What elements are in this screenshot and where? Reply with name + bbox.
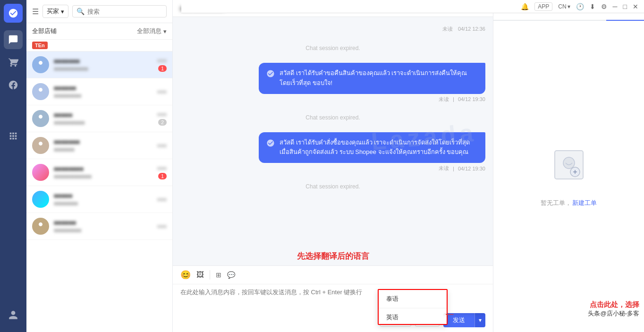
close-icon[interactable]: ✕ [633, 3, 638, 10]
settings-icon[interactable]: ⚙ [601, 3, 607, 10]
app-logo [4, 4, 23, 23]
chat-time: ■■■ [157, 111, 167, 117]
chat-preview: ■■■■■■■■■■ [54, 66, 153, 72]
image-icon[interactable]: 🖼 [196, 271, 204, 279]
chat-name: ■■■■■■■ [54, 138, 153, 145]
minimize-icon[interactable]: ─ [613, 3, 618, 10]
chevron-up-icon: ▲ [400, 317, 406, 324]
notification-icon[interactable]: 🔔 [521, 3, 529, 10]
msg-filter-label: 全部消息 [137, 27, 161, 35]
avatar [32, 164, 49, 181]
store-filter-row: 全部店铺 全部消息 ▾ [26, 23, 172, 40]
message-wrap: สวัสดี เราได้รับคำขอคืนสินค้าของคุณแล้ว … [180, 63, 485, 103]
unread-badge: 2 [158, 119, 167, 126]
avatar [32, 110, 49, 127]
unread-bar: 未读 04/12 12:36 [180, 25, 485, 34]
chat-time: ■■■ [157, 223, 167, 229]
messages-area: Lazada 未读 04/12 12:36 Chat session expir… [173, 17, 493, 265]
cn-selector[interactable]: CN ▾ [558, 3, 570, 10]
dropdown-arrow: ▾ [61, 8, 64, 15]
chat-time: ■■■ [157, 196, 167, 202]
translate-button[interactable]: 翻译 [415, 314, 440, 327]
chat-name: ■■■■■ [54, 111, 153, 119]
clock-icon[interactable]: 🕐 [576, 3, 584, 10]
right-panel: 订单 商品 优惠券 工单 暂无工单， 新建工单 [493, 0, 644, 332]
top-bar: 🔔 APP CN ▾ 🕐 ⬇ ⚙ ─ □ ✕ [181, 0, 644, 13]
message-meta: 未读 | 04/12 19:30 [439, 96, 485, 103]
unread-badge: 1 [158, 173, 167, 179]
chat-list: ■■■■■■■ ■■■■■■■■■■ ■■■ 1 ■■■■■■ ■■■■■■■■ [26, 51, 172, 332]
ten-badge-row: TEn [26, 40, 172, 51]
template-icon[interactable]: ⊞ [216, 271, 221, 279]
chat-preview: ■■■■■■■■ [54, 227, 153, 234]
search-wrap: 🔍 [72, 5, 167, 17]
chat-time: ■■■ [157, 165, 167, 171]
chat-meta: ■■■ 1 [157, 165, 167, 179]
chat-info: ■■■■■■■ ■■■■■■ [54, 138, 153, 153]
menu-icon[interactable]: ☰ [32, 7, 39, 16]
message-text: สวัสดี เราได้รับคำสั่งซื้อของคุณแล้ว เรา… [280, 138, 478, 158]
sidebar-item-apps[interactable] [4, 127, 23, 145]
message-input[interactable] [180, 288, 485, 307]
chat-preview: ■■■■■■ [54, 146, 153, 153]
session-expired-text: Chat session expired. [305, 114, 360, 121]
sidebar-item-facebook[interactable] [4, 76, 23, 94]
message-text: สวัสดี เราได้รับคำขอคืนสินค้าของคุณแล้ว … [280, 68, 478, 88]
empty-state-text: 暂无工单， 新建工单 [541, 199, 597, 207]
avatar [32, 83, 49, 100]
lang-select-container: 泰语 英语 泰语 ▲ [380, 314, 411, 327]
emoji-icon[interactable]: 😊 [180, 270, 191, 280]
unread-status: 未读 [439, 96, 449, 103]
msg-time: 04/12 19:30 [458, 96, 485, 102]
chat-meta: ■■■ [157, 223, 167, 229]
message-bubble: สวัสดี เราได้รับคำสั่งซื้อของคุณแล้ว เรา… [259, 132, 485, 163]
session-expired-text: Chat session expired. [305, 45, 360, 51]
chat-meta: ■■■ 2 [157, 111, 167, 126]
chat-item[interactable]: ■■■■■■■■ ■■■■■■■■■■■ ■■■ 1 [26, 159, 172, 186]
search-input[interactable] [87, 8, 162, 15]
sidebar [0, 0, 26, 332]
maximize-icon[interactable]: □ [623, 3, 627, 10]
chat-name: ■■■■■■■■ [54, 165, 153, 172]
chat-item[interactable]: ■■■■■■■ ■■■■■■■■■■ ■■■ 1 [26, 51, 172, 78]
ai-icon[interactable]: 💬 [227, 271, 235, 279]
avatar [32, 191, 49, 208]
message-bubble: สวัสดี เราได้รับคำขอคืนสินค้าของคุณแล้ว … [259, 63, 485, 94]
chat-item[interactable]: ■■■■■■■ ■■■■■■ ■■■ [26, 132, 172, 159]
chat-preview: ■■■■■■■■ [54, 93, 153, 99]
send-bar: 泰语 英语 泰语 ▲ 翻译 直接发送 ✓ 翻译后发送 [173, 310, 493, 332]
session-expired-text: Chat session expired. [305, 183, 360, 190]
unread-badge: 1 [158, 65, 167, 72]
app-btn[interactable]: APP [534, 2, 552, 11]
unread-label: 未读 [442, 26, 453, 32]
sidebar-item-chat[interactable] [4, 30, 23, 49]
main-chat: ■■■■■■■■■■■ 🖼 ⤢ Lazada 未读 04/12 12:36 Ch… [173, 0, 493, 332]
separator: | [453, 96, 454, 102]
avatar [32, 218, 49, 235]
sidebar-item-shop[interactable] [4, 53, 23, 72]
chat-name: ■■■■■■■ [54, 58, 153, 65]
message-time: 04/12 12:36 [458, 26, 485, 32]
chat-meta: ■■■ 1 [157, 58, 167, 72]
chat-time: ■■■ [157, 143, 167, 148]
chat-item[interactable]: ■■■■■ ■■■■■■■ ■■■ [26, 186, 172, 213]
session-expired: Chat session expired. [180, 179, 485, 194]
chat-item[interactable]: ■■■■■ ■■■■■■■■■ ■■■ 2 [26, 105, 172, 132]
chat-info: ■■■■■■ ■■■■■■■■ [54, 219, 153, 234]
send-button[interactable]: 发送 [443, 313, 475, 327]
unread-status: 未读 [439, 165, 449, 172]
chat-item[interactable]: ■■■■■■ ■■■■■■■■ ■■■ [26, 78, 172, 105]
message-meta: 未读 | 04/12 19:30 [439, 165, 485, 172]
msg-filter[interactable]: 全部消息 ▾ [137, 27, 167, 35]
seller-dropdown[interactable]: 买家 ▾ [42, 5, 68, 18]
download-icon[interactable]: ⬇ [590, 3, 595, 10]
message-wrap: สวัสดี เราได้รับคำสั่งซื้อของคุณแล้ว เรา… [180, 132, 485, 172]
input-box-wrap [173, 284, 493, 310]
sidebar-item-user[interactable] [4, 306, 23, 324]
chat-item[interactable]: ■■■■■■ ■■■■■■■■ ■■■ [26, 213, 172, 240]
lang-select[interactable]: 泰语 ▲ [380, 314, 411, 327]
send-dropdown-arrow[interactable]: ▾ [475, 313, 485, 327]
input-area: 😊 🖼 ⊞ 💬 先选择翻译后的语言 泰语 英语 [173, 265, 493, 332]
create-workorder-link[interactable]: 新建工单 [572, 199, 597, 207]
avatar [32, 56, 49, 73]
